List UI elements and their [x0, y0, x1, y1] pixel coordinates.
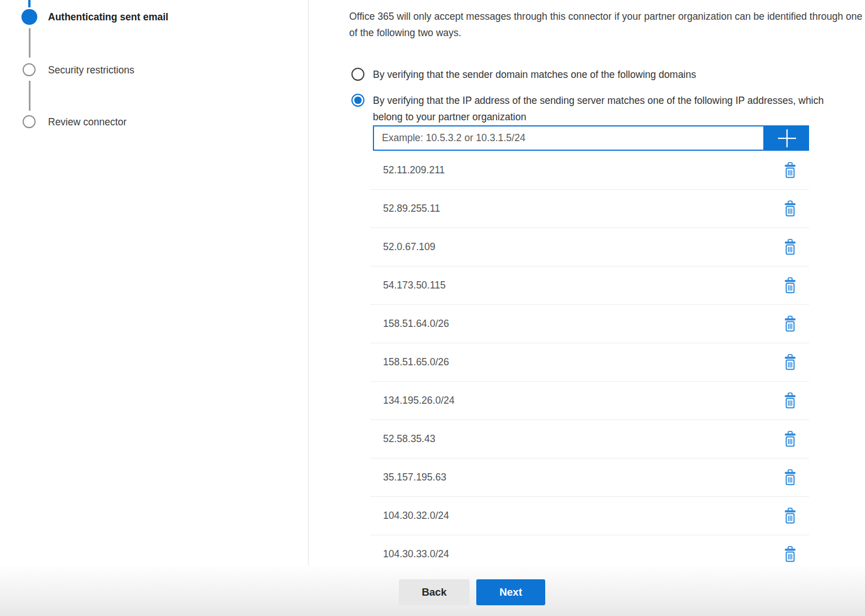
ip-row: 52.58.35.43: [370, 420, 809, 458]
radio-option-label: By verifying that the IP address of the …: [373, 93, 843, 125]
trash-icon: [784, 200, 797, 217]
trash-icon: [784, 546, 797, 562]
ip-address-value: 52.89.255.11: [370, 203, 784, 215]
add-ip-button[interactable]: [764, 125, 809, 151]
trash-icon: [784, 431, 797, 447]
delete-ip-button[interactable]: [784, 162, 797, 178]
ip-address-value: 104.30.32.0/24: [370, 510, 784, 522]
page-description: Office 365 will only accept messages thr…: [349, 8, 865, 41]
delete-ip-button[interactable]: [784, 469, 797, 486]
radio-option-label: By verifying that the sender domain matc…: [373, 67, 696, 82]
wizard-sidebar: Authenticating sent email Security restr…: [0, 0, 308, 566]
ip-address-value: 52.58.35.43: [370, 433, 784, 445]
trash-icon: [784, 162, 797, 178]
ip-address-value: 52.0.67.109: [370, 241, 784, 253]
delete-ip-button[interactable]: [784, 392, 797, 409]
delete-ip-button[interactable]: [784, 316, 797, 332]
ip-row: 134.195.26.0/24: [370, 382, 809, 420]
radio-option-sender-domain[interactable]: By verifying that the sender domain matc…: [351, 67, 696, 82]
step-security-restrictions[interactable]: Security restrictions: [48, 64, 134, 77]
ip-row: 35.157.195.63: [370, 458, 809, 497]
ip-row: 104.30.32.0/24: [370, 497, 809, 535]
next-button[interactable]: Next: [476, 579, 545, 605]
delete-ip-button[interactable]: [784, 277, 797, 294]
step-rail-top-segment: [28, 0, 31, 7]
step-upcoming-dot: [23, 63, 36, 76]
ip-address-value: 104.30.33.0/24: [370, 548, 784, 560]
ip-row: 158.51.64.0/26: [370, 305, 809, 343]
trash-icon: [784, 392, 797, 409]
ip-address-value: 158.51.65.0/26: [370, 356, 784, 368]
ip-row: 52.0.67.109: [370, 228, 809, 267]
trash-icon: [784, 316, 797, 332]
delete-ip-button[interactable]: [784, 239, 797, 255]
ip-address-value: 54.173.50.115: [370, 279, 784, 291]
step-rail-connector: [29, 81, 31, 111]
back-button[interactable]: Back: [399, 579, 470, 605]
trash-icon: [784, 239, 797, 255]
delete-ip-button[interactable]: [784, 546, 797, 562]
ip-address-value: 134.195.26.0/24: [370, 395, 784, 407]
ip-address-value: 35.157.195.63: [370, 471, 784, 483]
ip-row: 158.51.65.0/26: [370, 343, 809, 382]
plus-icon: [777, 128, 797, 148]
radio-selected-icon[interactable]: [351, 94, 364, 107]
trash-icon: [784, 277, 797, 294]
trash-icon: [784, 508, 797, 524]
delete-ip-button[interactable]: [784, 431, 797, 447]
wizard-footer: Back Next: [0, 566, 865, 616]
delete-ip-button[interactable]: [784, 508, 797, 524]
trash-icon: [784, 354, 797, 370]
delete-ip-button[interactable]: [784, 354, 797, 370]
ip-address-value: 158.51.64.0/26: [370, 318, 784, 330]
step-review-connector[interactable]: Review connector: [48, 116, 127, 129]
step-upcoming-dot: [23, 115, 36, 128]
step-active-dot: [21, 9, 37, 25]
radio-unselected-icon[interactable]: [351, 68, 364, 81]
delete-ip-button[interactable]: [784, 200, 797, 217]
ip-address-list: 52.11.209.211 52.89.255.11: [370, 151, 809, 574]
ip-address-value: 52.11.209.211: [370, 164, 784, 176]
step-authenticating-sent-email[interactable]: Authenticating sent email: [48, 11, 168, 24]
radio-option-ip-address[interactable]: By verifying that the IP address of the …: [351, 93, 843, 125]
ip-row: 52.89.255.11: [370, 190, 809, 228]
ip-row: 54.173.50.115: [370, 267, 809, 305]
trash-icon: [784, 469, 797, 486]
ip-row: 52.11.209.211: [370, 151, 809, 190]
ip-address-input[interactable]: [373, 125, 764, 151]
step-rail-connector: [29, 28, 31, 58]
